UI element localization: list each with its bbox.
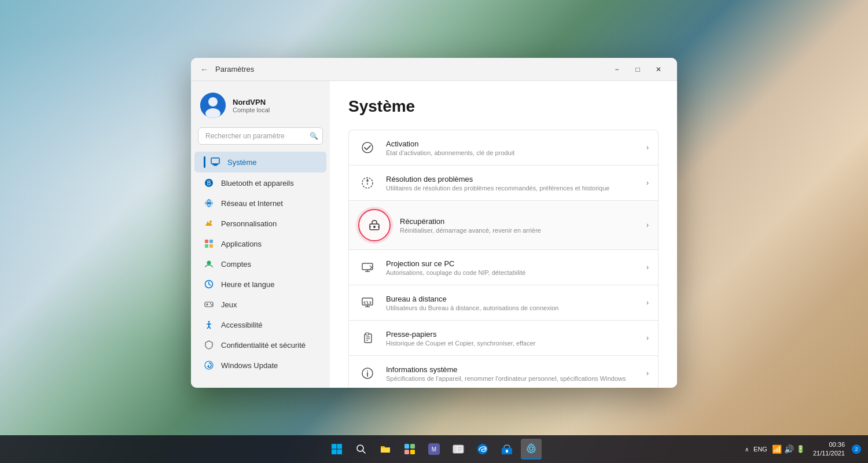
search-icon[interactable]: 🔍 [310,132,318,140]
back-button[interactable]: ← [200,65,208,74]
page-title: Système [348,97,659,116]
nav-item-confidentialite[interactable]: Confidentialité et sécurité [194,335,326,355]
language-indicator[interactable]: ENG [753,446,767,453]
systeme-icon [210,157,220,167]
taskbar-explorer-button[interactable] [448,439,469,460]
settings-item-resolution[interactable]: Résolution des problèmes Utilitaires de … [348,165,659,200]
nav-item-personnalisation[interactable]: Personnalisation [194,214,326,233]
infos-desc: Spécifications de l'appareil, renommer l… [386,375,637,382]
minimize-button[interactable]: − [608,61,626,78]
taskbar-teams-button[interactable]: M [424,439,444,460]
recuperation-title: Récupération [400,217,637,226]
taskbar-center: M [326,439,542,460]
start-button[interactable] [326,439,347,460]
bureau-desc: Utilisateurs du Bureau à distance, autor… [386,304,637,311]
user-profile[interactable]: NordVPN Compte local [191,88,330,127]
taskbar-settings-button[interactable] [521,439,542,460]
svg-point-74 [529,447,533,450]
resolution-icon [358,174,377,192]
volume-icon[interactable]: 🔊 [784,444,794,454]
bureau-title: Bureau à distance [386,295,637,303]
svg-point-1 [208,97,218,106]
close-button[interactable]: ✕ [649,61,668,78]
nav-label-comptes: Comptes [221,260,251,269]
tray-overflow[interactable]: ∧ [745,446,749,453]
svg-text:B: B [207,180,211,186]
settings-window: ← Paramètres − □ ✕ [191,58,677,388]
taskbar-widgets-button[interactable] [399,439,420,460]
settings-item-projection[interactable]: Projection sur ce PC Autorisations, coup… [348,249,659,285]
svg-rect-12 [205,240,208,243]
activation-desc: État d'activation, abonnements, clé de p… [386,149,637,156]
sidebar: NordVPN Compte local 🔍 [191,81,330,388]
confidentialite-icon [204,340,214,350]
nav-item-applications[interactable]: Applications [194,234,326,253]
window-title: Paramètres [215,65,608,74]
nav-item-comptes[interactable]: Comptes [194,254,326,274]
projection-title: Projection sur ce PC [386,259,637,268]
nav-item-jeux[interactable]: Jeux [194,295,326,314]
svg-text:M: M [432,446,436,453]
svg-rect-67 [453,445,457,453]
svg-marker-31 [207,365,209,368]
taskbar-search-button[interactable] [351,439,372,460]
nav-label-reseau: Réseau et Internet [221,199,283,208]
jeux-icon [204,299,214,310]
infos-chevron: › [646,369,649,377]
clock[interactable]: 00:36 21/11/2021 [813,440,845,458]
svg-rect-62 [404,450,409,454]
avatar [200,93,226,118]
settings-item-bureau[interactable]: Bureau à distance Utilisateurs du Bureau… [348,285,659,320]
svg-rect-5 [212,164,218,166]
settings-item-activation[interactable]: Activation État d'activation, abonnement… [348,130,659,165]
nav-item-update[interactable]: Windows Update [194,355,326,375]
recuperation-icon [358,209,391,241]
reseau-icon [204,198,214,208]
nav-item-systeme[interactable]: Système [194,152,326,172]
recuperation-text: Récupération Réinitialiser, démarrage av… [400,217,637,234]
window-controls: − □ ✕ [608,61,668,78]
battery-icon[interactable]: 🔋 [796,445,805,453]
wifi-icon[interactable]: 📶 [772,444,782,454]
update-icon [204,360,214,370]
heure-icon [204,279,214,289]
svg-rect-4 [214,165,217,166]
infos-icon [358,364,377,383]
presse-title: Presse-papiers [386,330,637,339]
svg-line-29 [209,326,211,329]
nav-item-accessibilite[interactable]: Accessibilité [194,315,326,335]
svg-rect-56 [337,450,343,455]
taskbar-edge-button[interactable] [472,439,493,460]
user-type: Compte local [233,106,270,113]
svg-rect-15 [209,244,213,248]
maximize-button[interactable]: □ [628,61,647,78]
nav-item-heure[interactable]: Heure et langue [194,274,326,294]
date-display: 21/11/2021 [813,449,845,458]
main-content: Système Activation État d'activation [330,81,677,388]
svg-line-19 [209,284,211,285]
recuperation-desc: Réinitialiser, démarrage avancé, revenir… [400,227,637,234]
nav-item-bluetooth[interactable]: B Bluetooth et appareils [194,173,326,193]
svg-rect-13 [209,240,213,243]
svg-point-25 [208,321,210,323]
taskbar-files-button[interactable] [375,439,396,460]
settings-item-infos[interactable]: Informations système Spécifications de l… [348,355,659,388]
settings-item-recuperation[interactable]: Récupération Réinitialiser, démarrage av… [348,200,659,249]
nav-item-reseau[interactable]: Réseau et Internet [194,193,326,213]
resolution-desc: Utilitaires de résolution des problèmes … [386,185,637,192]
user-info: NordVPN Compte local [233,98,270,113]
svg-rect-55 [332,450,337,455]
svg-line-58 [363,451,366,454]
bureau-text: Bureau à distance Utilisateurs du Bureau… [386,295,637,311]
nav-label-systeme: Système [227,158,257,167]
search-box: 🔍 [198,127,323,145]
notification-center[interactable]: 2 [852,444,861,454]
projection-desc: Autorisations, couplage du code NIP, dét… [386,269,637,276]
taskbar-store-button[interactable] [496,439,517,460]
activation-title: Activation [386,139,637,148]
search-input[interactable] [198,127,323,145]
resolution-title: Résolution des problèmes [386,175,637,183]
settings-item-presse[interactable]: Presse-papiers Historique de Couper et C… [348,320,659,355]
presse-desc: Historique de Couper et Copier, synchron… [386,340,637,347]
desktop: ← Paramètres − □ ✕ [0,0,868,463]
